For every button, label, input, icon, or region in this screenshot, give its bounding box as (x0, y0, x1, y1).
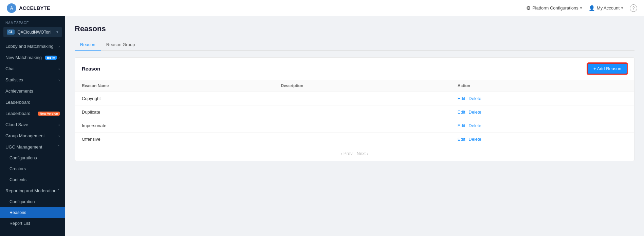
next-button[interactable]: Next › (357, 151, 369, 156)
main-content: Reasons Reason Reason Group Reason + Add… (65, 16, 644, 236)
help-icon: ? (632, 6, 635, 11)
namespace-selector[interactable]: CL QACloudNWOToni ▾ (3, 27, 62, 37)
reasons-table: Reason Name Description Action Copyright… (75, 80, 634, 146)
sidebar-item-rm-configuration[interactable]: Configuration (0, 196, 65, 207)
reasons-card: Reason + Add Reason Reason Name Descript… (75, 57, 634, 161)
account-menu[interactable]: 👤 My Account ▾ (589, 5, 623, 11)
action-links: EditDelete (458, 123, 627, 128)
action-links: EditDelete (458, 110, 627, 115)
card-header: Reason + Add Reason (75, 58, 634, 80)
tab-reason[interactable]: Reason (75, 39, 101, 51)
tab-reason-group-label: Reason Group (106, 42, 135, 47)
tabs: Reason Reason Group (75, 39, 634, 51)
description-cell (274, 119, 451, 133)
col-action: Action (451, 80, 634, 92)
namespace-name: QACloudNWOToni (17, 30, 54, 35)
description-cell (274, 105, 451, 119)
action-cell: EditDelete (451, 92, 634, 105)
reason-name-cell: Offensive (75, 133, 274, 146)
platform-config-chevron-icon: ▾ (580, 6, 582, 10)
sidebar-item-ugc-configurations[interactable]: Configurations (0, 153, 65, 163)
sidebar-item-lobby-matchmaking[interactable]: Lobby and Matchmaking › (0, 41, 65, 52)
namespace-label: NAMESPACE (0, 16, 65, 27)
sidebar-item-label: Achievements (5, 88, 60, 94)
sidebar-item-group-management[interactable]: Group Management › (0, 130, 65, 141)
logo-text: ACCELBYTE (19, 5, 50, 11)
delete-link[interactable]: Delete (468, 96, 481, 101)
reason-name-cell: Copyright (75, 92, 274, 105)
pagination: ‹ Prev Next › (75, 146, 634, 161)
tab-reason-group[interactable]: Reason Group (101, 39, 141, 51)
delete-link[interactable]: Delete (468, 110, 481, 115)
tab-reason-label: Reason (80, 42, 95, 47)
logo-icon: A (7, 3, 16, 13)
sidebar-item-label: Configuration (10, 199, 60, 204)
sidebar-item-label: Reasons (10, 210, 60, 215)
sidebar-item-label: Cloud Save (5, 122, 58, 127)
layout: NAMESPACE CL QACloudNWOToni ▾ Lobby and … (0, 16, 644, 236)
logo: A ACCELBYTE (7, 3, 50, 13)
action-links: EditDelete (458, 137, 627, 142)
delete-link[interactable]: Delete (468, 123, 481, 128)
user-icon: 👤 (589, 5, 595, 11)
sidebar-item-label: Statistics (5, 77, 58, 82)
sidebar-item-label: Contents (10, 177, 60, 182)
action-links: EditDelete (458, 96, 627, 101)
sidebar-item-label: New Matchmaking (5, 55, 45, 60)
sidebar-item-ugc-management[interactable]: UGC Management ˅ (0, 141, 65, 153)
help-button[interactable]: ? (630, 4, 637, 12)
gear-icon: ⚙ (526, 5, 531, 11)
sidebar-item-label: Group Management (5, 133, 58, 138)
sidebar: NAMESPACE CL QACloudNWOToni ▾ Lobby and … (0, 16, 65, 236)
chevron-right-icon: › (58, 123, 60, 127)
action-cell: EditDelete (451, 119, 634, 133)
action-cell: EditDelete (451, 105, 634, 119)
edit-link[interactable]: Edit (458, 137, 465, 142)
edit-link[interactable]: Edit (458, 123, 465, 128)
action-cell: EditDelete (451, 133, 634, 146)
add-reason-button[interactable]: + Add Reason (587, 63, 627, 74)
sidebar-item-new-matchmaking[interactable]: New Matchmaking Beta › (0, 52, 65, 63)
table-row: CopyrightEditDelete (75, 92, 634, 105)
sidebar-item-leaderboard[interactable]: Leaderboard (0, 97, 65, 108)
beta-badge: Beta (45, 56, 57, 60)
new-version-badge: New Version (38, 112, 60, 116)
description-cell (274, 133, 451, 146)
sidebar-item-reporting-moderation[interactable]: Reporting and Moderation ˅ (0, 185, 65, 196)
sidebar-item-label: Configurations (10, 156, 60, 160)
prev-button[interactable]: ‹ Prev (341, 151, 353, 156)
sidebar-item-statistics[interactable]: Statistics › (0, 74, 65, 85)
delete-link[interactable]: Delete (468, 137, 481, 142)
chevron-down-icon: ˅ (58, 145, 60, 149)
platform-config-menu[interactable]: ⚙ Platform Configurations ▾ (526, 5, 582, 11)
sidebar-item-rm-reasons[interactable]: Reasons (0, 207, 65, 218)
sidebar-item-ugc-creators[interactable]: Creators (0, 163, 65, 174)
chevron-down-icon: ˅ (58, 189, 60, 193)
edit-link[interactable]: Edit (458, 96, 465, 101)
namespace-badge: CL (7, 29, 15, 35)
chevron-right-icon: › (58, 78, 60, 82)
col-reason-name: Reason Name (75, 80, 274, 92)
sidebar-item-achievements[interactable]: Achievements (0, 85, 65, 97)
edit-link[interactable]: Edit (458, 110, 465, 115)
sidebar-item-label: Reporting and Moderation (5, 188, 58, 193)
namespace-chevron-icon: ▾ (56, 30, 58, 34)
card-title: Reason (82, 66, 100, 72)
sidebar-item-cloud-save[interactable]: Cloud Save › (0, 119, 65, 130)
platform-config-label: Platform Configurations (532, 5, 578, 11)
page-title: Reasons (75, 24, 634, 33)
sidebar-item-label: Chat (5, 66, 58, 71)
sidebar-item-rm-report-list[interactable]: Report List (0, 218, 65, 229)
chevron-right-icon: › (58, 56, 60, 60)
topnav-right: ⚙ Platform Configurations ▾ 👤 My Account… (526, 4, 637, 12)
sidebar-item-ugc-contents[interactable]: Contents (0, 174, 65, 185)
sidebar-item-leaderboard-new[interactable]: Leaderboard New Version (0, 108, 65, 119)
sidebar-item-label: Leaderboard (5, 111, 38, 116)
account-label: My Account (597, 5, 620, 11)
sidebar-item-chat[interactable]: Chat › (0, 63, 65, 74)
reason-name-cell: Impersonate (75, 119, 274, 133)
table-row: DuplicateEditDelete (75, 105, 634, 119)
description-cell (274, 92, 451, 105)
reason-name-cell: Duplicate (75, 105, 274, 119)
sidebar-item-label: Lobby and Matchmaking (5, 44, 58, 49)
